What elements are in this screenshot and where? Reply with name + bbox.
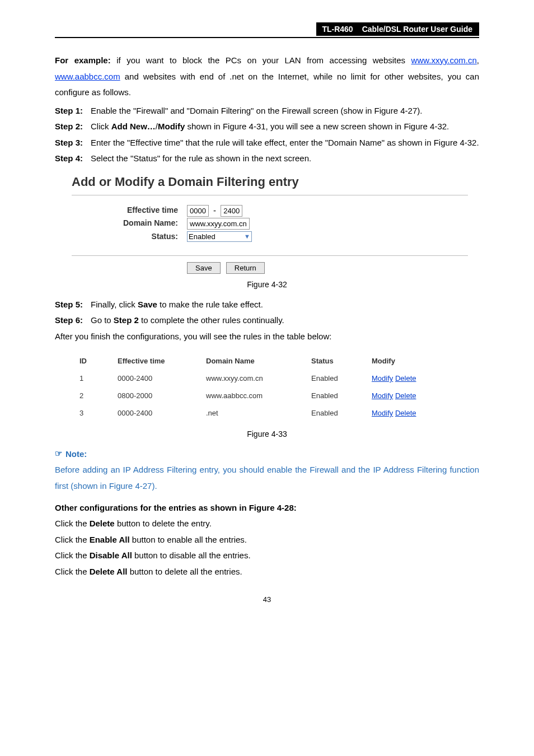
label-effective-time: Effective time (72, 206, 187, 214)
step-6-label: Step 6: (55, 312, 91, 329)
th-id: ID (77, 352, 115, 370)
modify-link[interactable]: Modify (372, 391, 393, 400)
step-2-label: Step 2: (55, 119, 91, 135)
note-title: Note: (65, 449, 87, 459)
doc-title: Cable/DSL Router User Guide (359, 22, 479, 36)
step-4-body: Select the "Status" for the rule as show… (91, 151, 479, 167)
effective-time-end-input[interactable]: 2400 (221, 205, 242, 217)
after-line: After you finish the configurations, you… (55, 329, 479, 345)
other-line-3: Click the Disable All button to disable … (55, 548, 479, 564)
delete-link[interactable]: Delete (395, 391, 416, 400)
step-1-label: Step 1: (55, 103, 91, 119)
status-select[interactable]: Enabled ▼ (187, 231, 252, 242)
th-status: Status (309, 352, 369, 370)
steps-block-1: Step 1: Enable the "Firewall" and "Domai… (55, 103, 479, 167)
delete-link[interactable]: Delete (395, 374, 416, 382)
intro-paragraph: For example: if you want to block the PC… (55, 53, 479, 101)
step-5-label: Step 5: (55, 297, 91, 313)
table-row: 2 0800-2000 www.aabbcc.com Enabled Modif… (77, 387, 468, 404)
figure-4-32: Effective time 0000 - 2400 Domain Name: … (72, 195, 468, 272)
other-line-4: Click the Delete All button to delete al… (55, 564, 479, 580)
table-row: 1 0000-2400 www.xxyy.com.cn Enabled Modi… (77, 370, 468, 387)
step-5-body: Finally, click Save to make the rule tak… (91, 297, 479, 313)
return-button[interactable]: Return (226, 262, 265, 274)
figure-4-33: ID Effective time Domain Name Status Mod… (77, 352, 468, 422)
note-body: Before adding an IP Address Filtering en… (55, 462, 479, 494)
steps-block-2: Step 5: Finally, click Save to make the … (55, 297, 479, 329)
link-xxyy[interactable]: www.xxyy.com.cn (411, 55, 477, 65)
other-line-1: Click the Delete button to delete the en… (55, 516, 479, 532)
step-3-label: Step 3: (55, 135, 91, 151)
figure-form-title: Add or Modify a Domain Filtering entry (72, 175, 479, 189)
page-number: 43 (55, 595, 479, 604)
other-line-2: Click the Enable All button to enable al… (55, 532, 479, 548)
modify-link[interactable]: Modify (372, 374, 393, 382)
th-domain-name: Domain Name (204, 352, 309, 370)
step-2-body: Click Add New…/Modify shown in Figure 4-… (91, 119, 479, 135)
status-select-value: Enabled (189, 232, 216, 241)
pointer-icon: ☞ (55, 449, 62, 459)
model-label: TL-R460 (316, 22, 358, 36)
link-aabbcc[interactable]: www.aabbcc.com (55, 72, 120, 81)
table-row: 3 0000-2400 .net Enabled Modify Delete (77, 404, 468, 422)
other-config-title: Other configurations for the entries as … (55, 503, 479, 512)
doc-header: TL-R460 Cable/DSL Router User Guide (55, 22, 479, 38)
note-header: ☞ Note: (55, 449, 479, 459)
table-header-row: ID Effective time Domain Name Status Mod… (77, 352, 468, 370)
dash-separator: - (213, 206, 216, 215)
label-domain-name: Domain Name: (72, 218, 187, 227)
effective-time-start-input[interactable]: 0000 (187, 205, 209, 217)
chevron-down-icon: ▼ (244, 233, 250, 240)
delete-link[interactable]: Delete (395, 409, 416, 417)
th-modify: Modify (369, 352, 468, 370)
step-3-body: Enter the "Effective time" that the rule… (91, 135, 479, 151)
save-button[interactable]: Save (187, 262, 221, 274)
label-status: Status: (72, 232, 187, 241)
step-1-body: Enable the "Firewall" and "Domain Filter… (91, 103, 479, 119)
figure-4-33-caption: Figure 4-33 (55, 430, 479, 438)
th-effective-time: Effective time (115, 352, 204, 370)
intro-lead: For example: (55, 55, 111, 65)
step-6-body: Go to Step 2 to complete the other rules… (91, 312, 479, 329)
figure-4-32-caption: Figure 4-32 (55, 280, 479, 289)
step-4-label: Step 4: (55, 151, 91, 167)
domain-name-input[interactable]: www.xxyy.com.cn (187, 218, 250, 230)
modify-link[interactable]: Modify (372, 409, 393, 417)
